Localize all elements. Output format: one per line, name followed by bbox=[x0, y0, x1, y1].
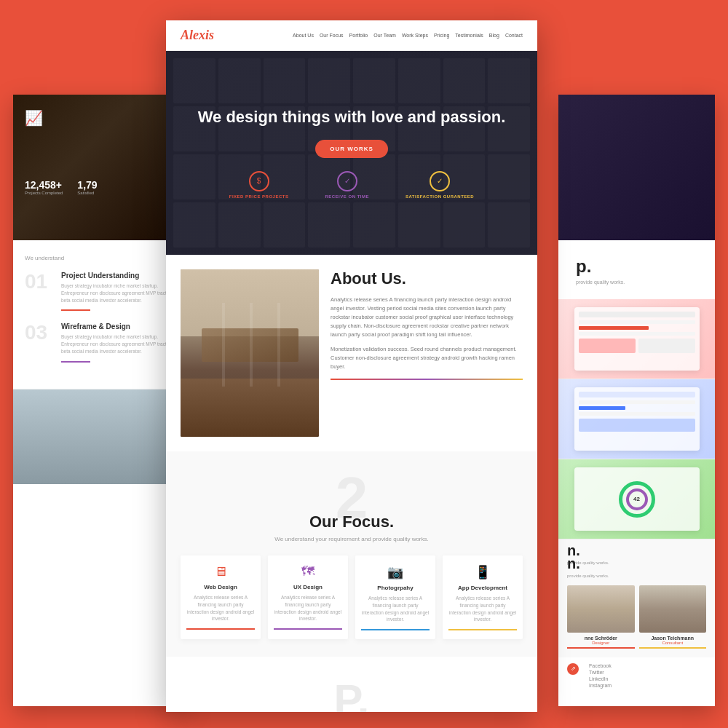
site-logo[interactable]: Alexis bbox=[181, 28, 214, 43]
focus-card-web: 🖥 Web Design Analytics release series A … bbox=[181, 555, 261, 639]
app-dev-line bbox=[448, 629, 517, 630]
right-panel-top bbox=[558, 95, 715, 240]
hero-section: We design things with love and passion. … bbox=[166, 51, 537, 255]
step-2-title: Wireframe & Design bbox=[61, 323, 176, 331]
mockup-row-3 bbox=[579, 400, 695, 404]
ux-design-title: UX Design bbox=[274, 584, 342, 590]
social-facebook[interactable]: Facebook bbox=[589, 663, 612, 668]
step-2-line bbox=[61, 361, 90, 363]
left-panel-top: 📈 12,458+ Projects Completed 1,79 Satisf… bbox=[13, 95, 188, 240]
member-2-name: Jason Teichmann bbox=[639, 636, 707, 641]
hero-icon-1: $ FIXED PRICE PROJECTS bbox=[229, 171, 289, 199]
share-icon: ⇗ bbox=[567, 663, 579, 675]
site-navigation: Alexis About Us Our Focus Portfolio Our … bbox=[166, 20, 537, 51]
office-floor bbox=[181, 379, 319, 438]
nav-worksteps[interactable]: Work Steps bbox=[402, 33, 428, 38]
app-dev-text: Analytics release series A financing lau… bbox=[448, 595, 517, 623]
step-1-text: Buyer strategy incubator niche market st… bbox=[61, 282, 176, 304]
satisfied-stat: 1,79 Satisfied bbox=[77, 179, 97, 195]
ux-design-icon: 🗺 bbox=[274, 564, 342, 579]
right-panel-subtitle: provide quality works. bbox=[567, 280, 706, 292]
step-1-num: 01 bbox=[25, 272, 54, 311]
satisfied-label: Satisfied bbox=[77, 191, 97, 195]
about-text-1: Analytics release series A financing lau… bbox=[331, 296, 523, 339]
web-design-icon: 🖥 bbox=[186, 564, 255, 579]
social-linkedin[interactable]: LinkedIn bbox=[589, 676, 612, 681]
app-dev-icon: 📱 bbox=[448, 564, 517, 580]
office-photo bbox=[181, 269, 319, 437]
step-2-text: Buyer strategy incubator niche market st… bbox=[61, 333, 176, 355]
focus-subtitle: We understand your requirement and provi… bbox=[181, 536, 523, 542]
photography-title: Photogrpahy bbox=[361, 585, 430, 591]
projects-num: 12,458+ bbox=[25, 179, 63, 191]
social-instagram[interactable]: Instagram bbox=[589, 683, 612, 688]
screen-2 bbox=[558, 379, 715, 459]
team-subtitle: provide quality works. bbox=[567, 574, 706, 578]
bottom-big-p: P. bbox=[334, 678, 370, 712]
our-works-button[interactable]: OUR WORKS bbox=[315, 140, 388, 158]
about-divider bbox=[331, 379, 523, 380]
focus-title: Our Focus. bbox=[181, 513, 523, 531]
social-twitter[interactable]: Twitter bbox=[589, 670, 612, 675]
photography-line bbox=[361, 629, 430, 630]
member-1-name: nne Schröder bbox=[567, 636, 635, 641]
team-members: nne Schröder Designer Jason Teichmann Co… bbox=[567, 585, 706, 649]
member-2-role: Consultant bbox=[639, 641, 707, 645]
nav-pricing[interactable]: Pricing bbox=[434, 33, 449, 38]
web-design-line bbox=[186, 628, 255, 630]
focus-section: 2 Our Focus. We understand your requirem… bbox=[166, 451, 537, 657]
step-1-title: Project Understanding bbox=[61, 272, 176, 280]
nav-blog[interactable]: Blog bbox=[489, 33, 499, 38]
hero-icons: $ FIXED PRICE PROJECTS ✓ RECEIVE ON TIME… bbox=[198, 171, 506, 199]
fixed-price-label: FIXED PRICE PROJECTS bbox=[229, 194, 289, 199]
mockup-2 bbox=[574, 387, 700, 451]
member-1-role: Designer bbox=[567, 641, 635, 645]
mockup-1 bbox=[574, 307, 700, 371]
nav-testimonials[interactable]: Testimonials bbox=[455, 33, 483, 38]
step-1-line bbox=[61, 309, 90, 311]
nav-focus[interactable]: Our Focus bbox=[320, 33, 344, 38]
member-2: Jason Teichmann Consultant bbox=[639, 585, 707, 649]
nav-portfolio[interactable]: Portfolio bbox=[349, 33, 368, 38]
about-text-2: Monetization validation success. Seed ro… bbox=[331, 345, 523, 371]
screen-3: 42 bbox=[558, 459, 715, 539]
main-site: Alexis About Us Our Focus Portfolio Our … bbox=[166, 20, 537, 712]
nav-about[interactable]: About Us bbox=[293, 33, 314, 38]
satisfaction-label: SATISFACTION GURANTEED bbox=[405, 194, 474, 199]
about-title: About Us. bbox=[331, 269, 523, 288]
hero-title: We design things with love and passion. bbox=[198, 107, 506, 128]
step-2-num: 03 bbox=[25, 323, 54, 362]
step-1-content: Project Understanding Buyer strategy inc… bbox=[61, 272, 176, 311]
satisfied-num: 1,79 bbox=[77, 179, 97, 191]
receive-on-time-label: RECEIVE ON TIME bbox=[325, 194, 369, 199]
photography-text: Analytics release series A financing lau… bbox=[361, 595, 430, 623]
hero-icon-2: ✓ RECEIVE ON TIME bbox=[325, 171, 369, 199]
right-panel: p. provide quality works. bbox=[558, 95, 715, 706]
mockup-header-2 bbox=[579, 392, 695, 397]
receive-on-time-icon: ✓ bbox=[337, 171, 357, 191]
screen-1 bbox=[558, 299, 715, 379]
member-1-line bbox=[567, 647, 635, 649]
nav-links: About Us Our Focus Portfolio Our Team Wo… bbox=[293, 33, 523, 38]
hero-icon-3: ✓ SATISFACTION GURANTEED bbox=[405, 171, 474, 199]
focus-card-photo: 📷 Photogrpahy Analytics release series A… bbox=[355, 555, 435, 639]
step-2: 03 Wireframe & Design Buyer strategy inc… bbox=[25, 323, 176, 362]
step-1: 01 Project Understanding Buyer strategy … bbox=[25, 272, 176, 311]
about-section: About Us. Analytics release series A fin… bbox=[166, 255, 537, 451]
nav-team[interactable]: Our Team bbox=[373, 33, 396, 38]
focus-cards: 🖥 Web Design Analytics release series A … bbox=[181, 555, 523, 639]
we-understand-text: We understand bbox=[25, 255, 176, 261]
ux-design-text: Analytics release series A financing lau… bbox=[274, 594, 342, 622]
mockup-3: 42 bbox=[574, 467, 700, 531]
mockup-row-2 bbox=[579, 332, 695, 336]
social-section: ⇗ Facebook Twitter LinkedIn Instagram bbox=[558, 657, 715, 694]
nav-contact[interactable]: Contact bbox=[505, 33, 523, 38]
mockup-header-1 bbox=[579, 312, 695, 317]
mockup-row bbox=[579, 320, 695, 324]
projects-stat: 12,458+ Projects Completed bbox=[25, 179, 63, 195]
photo-sim bbox=[13, 389, 188, 484]
mockup-blue bbox=[579, 406, 625, 410]
member-2-line bbox=[639, 647, 707, 649]
step-2-content: Wireframe & Design Buyer strategy incuba… bbox=[61, 323, 176, 362]
left-panel: 📈 12,458+ Projects Completed 1,79 Satisf… bbox=[13, 95, 188, 706]
